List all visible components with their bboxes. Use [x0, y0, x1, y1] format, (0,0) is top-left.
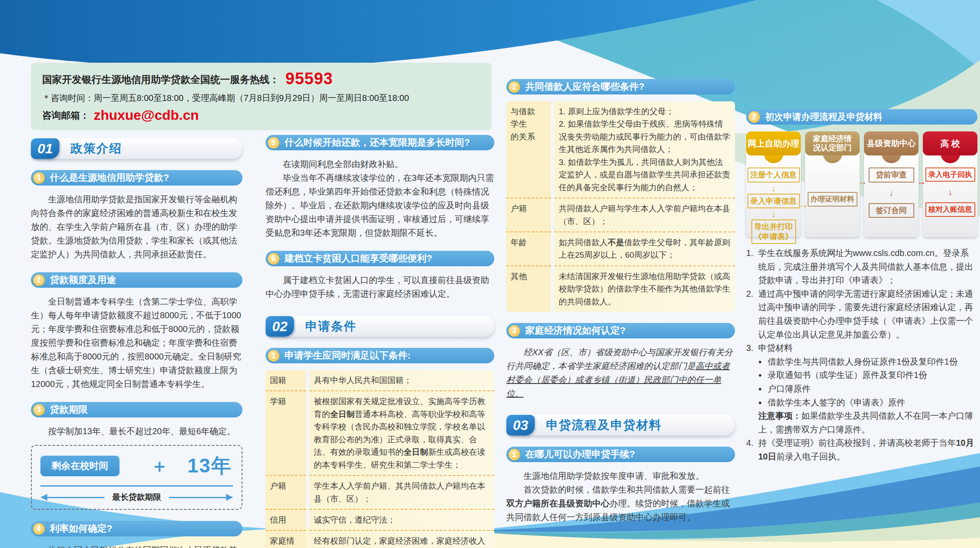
hotline-hours: ＊咨询时间：周一至周五8:00至18:00，受理高峰期（7月8日到9月29日）周…: [42, 92, 481, 104]
hotline-box: 国家开发银行生源地信用助学贷款全国统一服务热线：95593 ＊咨询时间：周一至周…: [31, 63, 492, 130]
student-conditions-header: 1 申请学生应同时满足以下条件:: [266, 348, 494, 363]
right-arrow-icon: →: [917, 176, 926, 187]
section-02-title: 申请条件: [305, 318, 357, 335]
flow-column-assessment: 家庭经济情 况认定部门 办理证明材料: [805, 131, 860, 237]
q1-body: 生源地信用助学贷款是指国家开发银行等金融机构向符合条件的家庭经济困难的普通高校新…: [31, 192, 242, 261]
student-conditions-title: 申请学生应同时满足以下条件:: [285, 349, 410, 362]
material-item: ● 录取通知书（或学生证）原件及复印件1份: [746, 368, 977, 382]
q1-header: 1 什么是生源地信用助学贷款?: [31, 170, 242, 186]
family-assessment-body: 经XX省（区、市）省级资助中心与国家开发银行有关分行共同确定，本省学生家庭经济困…: [506, 345, 735, 400]
section-01-title: 政策介绍: [70, 140, 122, 157]
flow-column-online: 网上自助办理 注册个人信息 ↓ 录入申请信息 ↓ 导出并打印 《申请表》: [746, 131, 801, 237]
list-item: 3. 申贷材料: [746, 341, 977, 355]
material-item: ● 借款学生本人签字的《申请表》原件: [746, 396, 977, 410]
column-first-application-flow: 2 初次申请办理流程及申贷材料 网上自助办理 注册个人信息 ↓ 录入申请信息 ↓…: [746, 109, 977, 464]
bullet-icon: ●: [758, 396, 768, 410]
email-address: zhuxue@cdb.cn: [94, 107, 199, 123]
flow-tab-county-center: 县级资助中心: [864, 131, 919, 155]
bullet-icon: ●: [758, 368, 768, 382]
where-to-apply-title: 在哪儿可以办理申贷手续?: [525, 448, 635, 461]
q4-header: 4 利率如何确定?: [31, 521, 242, 536]
coborrower-header: 2 共同借款人应符合哪些条件?: [506, 79, 735, 94]
down-arrow-icon: ↓: [772, 210, 776, 218]
flow-panel-assessment: 办理证明材料: [805, 153, 860, 237]
where-to-apply-p1: 生源地信用助学贷款按年度申请、审批和发放。: [506, 469, 735, 483]
q4-title: 利率如何确定?: [50, 522, 112, 535]
flow-tab-assessment: 家庭经济情 况认定部门: [805, 131, 860, 155]
flow-step-electronic-receipt: 录入电子回执: [925, 167, 975, 182]
flow-step-enter-info: 录入申请信息: [747, 194, 800, 209]
q2-body: 全日制普通本专科学生（含第二学士学位、高职学生）每人每年申请贷款额度不超过800…: [31, 295, 242, 391]
column-coborrower-and-process: 2 共同借款人应符合哪些条件? 与借款 学生 的关系 1. 原则上应为借款学生的…: [506, 79, 735, 528]
first-application-number-badge: 2: [748, 111, 760, 123]
q4-body: 执行中国人民银行公布的同期同档次人民币贷款基准利率，不上浮。每年12月21日根据…: [31, 543, 242, 548]
q1-number-badge: 1: [33, 172, 45, 184]
q3-title: 贷款期限: [50, 403, 88, 416]
down-arrow-icon: ↓: [772, 184, 776, 192]
q5-p2: 毕业当年不再继续攻读学位的，在3年还本宽限期内只需偿还利息，毕业第四年开始偿还贷…: [266, 171, 494, 240]
student-conditions-table: 国籍 具有中华人民共和国国籍； 学籍 被根据国家有关规定批准设立、实施高等学历教…: [266, 370, 494, 548]
section-01-header: 01 政策介绍: [31, 138, 242, 159]
q2-number-badge: 2: [33, 274, 45, 286]
section-02-header: 02 申请条件: [266, 316, 494, 337]
application-flowchart: 网上自助办理 注册个人信息 ↓ 录入申请信息 ↓ 导出并打印 《申请表》 家庭经…: [746, 131, 977, 237]
q3-header: 3 贷款期限: [31, 402, 242, 417]
flow-panel-online: 注册个人信息 ↓ 录入申请信息 ↓ 导出并打印 《申请表》: [746, 153, 801, 237]
max-term-axis: 最长贷款期限: [40, 492, 233, 503]
down-arrow-icon: ↓: [948, 188, 952, 196]
arrow-left-icon: [40, 494, 47, 501]
email-line: 咨询邮箱：zhuxue@cdb.cn: [42, 107, 481, 123]
q4-number-badge: 4: [33, 523, 45, 535]
list-item: 4. 持《受理证明》前往高校报到，并请高校老师于当年10月10日前录入电子回执。: [746, 436, 977, 463]
where-to-apply-p2: 首次贷款的时候，借款学生和共同借款人需要一起前往双方户籍所在县级资助中心办理。续…: [506, 483, 735, 524]
bullet-icon: ●: [758, 382, 768, 396]
right-arrow-icon: →: [799, 199, 808, 210]
where-to-apply-header: 1 在哪儿可以办理申贷手续?: [506, 447, 735, 462]
column-application-conditions: 5 什么时候开始还款，还本宽限期是多长时间? 在读期间利息全部由财政补贴。 毕业…: [266, 135, 494, 548]
flow-column-county-center: 县级资助中心 贷前审查 ↓ 签订合同: [864, 131, 919, 237]
coborrower-conditions-table: 与借款 学生 的关系 1. 原则上应为借款学生的父母； 2. 如果借款学生父母由…: [506, 101, 735, 312]
q2-title: 贷款额度及用途: [50, 274, 116, 286]
material-item: ● 借款学生与共同借款人身份证原件1份及复印件1份: [746, 355, 977, 369]
section-03-header: 03 申贷流程及申贷材料: [506, 415, 735, 435]
application-steps-list: 1. 学生在线服务系统网址为www.csls.cdb.com.cn。登录系统后，…: [746, 247, 977, 464]
thirteen-years-value: 13年: [187, 453, 232, 479]
hotline-line: 国家开发银行生源地信用助学贷款全国统一服务热线：95593: [42, 70, 481, 88]
q3-number-badge: 3: [33, 404, 45, 416]
coborrower-title: 共同借款人应符合哪些条件?: [525, 80, 644, 93]
q6-body: 属于建档立卡贫困人口的学生，可以直接前往县级资助中心办理申贷手续，无需进行家庭经…: [266, 273, 494, 301]
student-conditions-number-badge: 1: [268, 350, 279, 362]
section-02-badge: 02: [266, 316, 294, 337]
q1-title: 什么是生源地信用助学贷款?: [50, 171, 169, 184]
loan-term-formula: 剩余在校时间 ＋ 13年: [40, 453, 233, 479]
down-arrow-icon: ↓: [889, 189, 894, 197]
flow-step-sign-contract: 签订合同: [869, 203, 914, 218]
flow-step-pre-review: 贷前审查: [869, 167, 914, 183]
list-item: 1. 学生在线服务系统网址为www.csls.cdb.com.cn。登录系统后，…: [746, 247, 977, 287]
first-application-header: 2 初次申请办理流程及申贷材料: [746, 109, 977, 125]
remaining-school-time-chip: 剩余在校时间: [40, 456, 119, 476]
list-item: 2. 通过高中预申请的同学无需进行家庭经济困难认定；未通过高中预申请的同学，需要…: [746, 287, 977, 341]
flow-step-verify-account: 核对入账信息: [925, 202, 975, 216]
q2-header: 2 贷款额度及用途: [31, 272, 242, 288]
section-01-badge: 01: [31, 138, 59, 159]
family-assessment-title: 家庭经济情况如何认定?: [525, 324, 625, 337]
flow-panel-university: 录入电子回执 ↓ 核对入账信息: [923, 153, 977, 237]
q5-title: 什么时候开始还款，还本宽限期是多长时间?: [285, 136, 470, 149]
max-term-label: 最长贷款期限: [112, 492, 161, 503]
first-application-title: 初次申请办理流程及申贷材料: [765, 111, 882, 123]
family-assessment-number-badge: 3: [508, 325, 520, 337]
bullet-icon: ●: [758, 355, 768, 369]
hotline-label: 国家开发银行生源地信用助学贷款全国统一服务热线：: [42, 74, 279, 85]
flow-tab-university: 高 校: [923, 131, 977, 155]
coborrower-number-badge: 2: [508, 81, 520, 93]
email-label: 咨询邮箱：: [42, 110, 89, 121]
note-paragraph: 注意事项：如果借款学生及共同借款人不在同一本户口簿上，需携带双方户口簿原件。: [746, 409, 977, 436]
q5-header: 5 什么时候开始还款，还本宽限期是多长时间?: [266, 135, 494, 150]
timeline-divider: [40, 485, 233, 487]
right-arrow-icon: →: [858, 176, 867, 187]
material-item: ● 户口簿原件: [746, 382, 977, 396]
where-to-apply-number-badge: 1: [508, 449, 520, 460]
flow-tab-online: 网上自助办理: [746, 131, 801, 155]
plus-sign: ＋: [150, 454, 168, 478]
